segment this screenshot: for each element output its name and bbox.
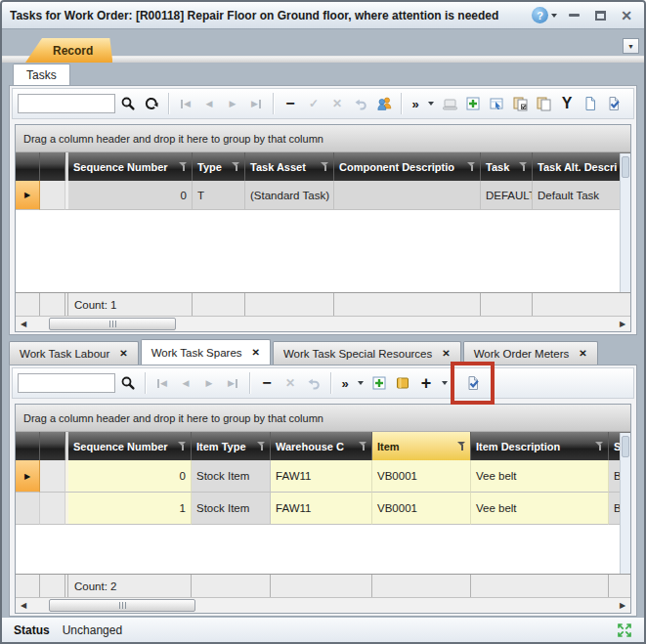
tasks-grid-row[interactable]: ▶ 0 T (Standard Task) DEFAULT Default Ta…	[16, 181, 630, 210]
filter-funnel-icon[interactable]	[179, 162, 188, 172]
spares-grid-row[interactable]: ▶ 0 Stock Item FAW11 VB0001 Vee belt B	[16, 460, 630, 493]
column-header-item[interactable]: Item	[372, 432, 471, 460]
cancel-changes-button[interactable]: ✕	[326, 93, 348, 114]
record-dropdown-button[interactable]: ▼	[623, 38, 639, 54]
minimize-button[interactable]	[564, 7, 583, 24]
check-document-button[interactable]	[603, 93, 624, 114]
add-grid-button[interactable]	[368, 372, 390, 394]
close-tab-icon[interactable]: ✕	[442, 348, 450, 359]
tab-tasks[interactable]: Tasks	[13, 64, 70, 85]
cell-item-description[interactable]: Vee belt	[471, 493, 609, 525]
add-item-button[interactable]: +	[415, 372, 437, 394]
scrollbar-thumb[interactable]	[49, 599, 195, 612]
nav-prev-button[interactable]: ◀	[175, 372, 196, 394]
help-button[interactable]: ?	[532, 7, 557, 24]
column-header-task-alt-description[interactable]: Task Alt. Descri	[533, 152, 630, 181]
close-tab-icon[interactable]: ✕	[252, 347, 260, 358]
row-select-cell[interactable]	[40, 460, 65, 493]
spares-horizontal-scrollbar[interactable]: ◀ ▶	[16, 597, 630, 613]
cell-warehouse-code[interactable]: FAW11	[271, 460, 372, 493]
filter-funnel-icon[interactable]	[178, 442, 187, 451]
copy-button[interactable]	[533, 93, 554, 114]
users-button[interactable]	[373, 93, 395, 114]
catalog-button[interactable]	[392, 372, 413, 394]
cell-sequence-number[interactable]: 1	[68, 493, 192, 525]
filter-button[interactable]: Y	[556, 93, 578, 114]
overflow-caret-button[interactable]	[355, 372, 366, 394]
nav-first-button[interactable]: ◀	[175, 93, 196, 114]
remove-row-button[interactable]: −	[256, 372, 278, 394]
filter-funnel-icon[interactable]	[519, 162, 528, 172]
tab-record[interactable]: Record	[25, 38, 112, 63]
close-button[interactable]: ✕	[617, 7, 636, 24]
cell-task-asset[interactable]: (Standard Task)	[245, 181, 334, 210]
scrollbar-thumb[interactable]	[622, 156, 629, 178]
tasks-group-by-zone[interactable]: Drag a column header and drop it here to…	[16, 125, 630, 152]
column-header-task-asset[interactable]: Task Asset	[245, 152, 334, 181]
column-header-task[interactable]: Task	[481, 152, 533, 181]
nav-prev-button[interactable]: ◀	[198, 93, 220, 114]
refresh-button[interactable]	[141, 93, 162, 114]
filter-funnel-icon[interactable]	[595, 442, 604, 451]
cell-type[interactable]: T	[193, 181, 245, 210]
scrollbar-track[interactable]	[31, 317, 615, 331]
cell-component-description[interactable]	[334, 181, 481, 210]
laptop-button[interactable]	[439, 93, 460, 114]
nav-next-button[interactable]: ▶	[222, 93, 243, 114]
tasks-vertical-scrollbar[interactable]	[620, 153, 630, 292]
close-tab-icon[interactable]: ✕	[579, 348, 586, 359]
search-button[interactable]	[117, 93, 139, 114]
tab-work-task-spares[interactable]: Work Task Spares ✕	[141, 339, 271, 365]
cell-task[interactable]: DEFAULT	[481, 181, 533, 210]
expand-resize-icon[interactable]	[617, 623, 632, 638]
cell-item[interactable]: VB0001	[372, 493, 471, 525]
scrollbar-thumb[interactable]	[49, 318, 176, 330]
spares-group-by-zone[interactable]: Drag a column header and drop it here to…	[16, 405, 630, 432]
column-header-component-description[interactable]: Component Descriptio	[334, 152, 481, 181]
scroll-right-button[interactable]: ▶	[615, 317, 630, 331]
search-input[interactable]	[18, 94, 115, 113]
row-indicator-cell[interactable]: ▶	[16, 460, 40, 493]
scroll-right-button[interactable]: ▶	[615, 598, 630, 613]
close-tab-icon[interactable]: ✕	[119, 348, 127, 359]
search-button[interactable]	[117, 372, 139, 394]
column-header-item-type[interactable]: Item Type	[192, 432, 271, 460]
column-header-warehouse-code[interactable]: Warehouse C	[271, 432, 372, 460]
column-header-item-description[interactable]: Item Description	[471, 432, 609, 460]
cell-item-type[interactable]: Stock Item	[192, 493, 271, 525]
tab-work-task-special-resources[interactable]: Work Task Special Resources ✕	[273, 341, 461, 365]
tab-work-order-meters[interactable]: Work Order Meters ✕	[463, 341, 598, 365]
filter-funnel-icon-active[interactable]	[457, 442, 466, 451]
undo-button[interactable]	[350, 93, 371, 114]
filter-funnel-icon[interactable]	[467, 162, 476, 172]
cell-task-alt-description[interactable]: Default Task	[533, 181, 630, 210]
nav-first-button[interactable]: ◀	[151, 372, 173, 394]
cell-sequence-number[interactable]: 0	[68, 460, 192, 493]
new-document-button[interactable]	[580, 93, 601, 114]
maximize-button[interactable]	[590, 7, 610, 24]
nav-next-button[interactable]: ▶	[198, 372, 220, 394]
accept-changes-button[interactable]: ✓	[303, 93, 324, 114]
row-select-cell[interactable]	[40, 181, 65, 210]
spares-vertical-scrollbar[interactable]	[620, 433, 630, 574]
select-records-button[interactable]	[486, 93, 507, 114]
tab-work-task-labour[interactable]: Work Task Labour ✕	[9, 341, 139, 365]
scroll-left-button[interactable]: ◀	[16, 598, 31, 613]
spares-grid-row[interactable]: 1 Stock Item FAW11 VB0001 Vee belt B	[16, 493, 630, 525]
filter-funnel-icon[interactable]	[257, 442, 266, 451]
row-indicator-cell[interactable]	[16, 493, 40, 525]
overflow-chevron-button[interactable]: »	[408, 93, 423, 114]
column-header-sequence-number[interactable]: Sequence Number	[68, 432, 192, 460]
cancel-changes-button[interactable]: ✕	[280, 372, 301, 394]
filter-funnel-icon[interactable]	[321, 162, 329, 172]
add-grid-button[interactable]	[462, 93, 484, 114]
filter-funnel-icon[interactable]	[359, 442, 367, 451]
remove-row-button[interactable]: −	[280, 93, 301, 114]
scrollbar-thumb[interactable]	[622, 436, 629, 457]
paste-special-button[interactable]	[509, 93, 531, 114]
column-header-sequence-number[interactable]: Sequence Number	[68, 152, 193, 181]
row-indicator-cell[interactable]: ▶	[16, 181, 40, 210]
add-item-caret-button[interactable]	[439, 372, 451, 394]
cell-item-type[interactable]: Stock Item	[192, 460, 271, 493]
cell-item-description[interactable]: Vee belt	[471, 460, 609, 493]
